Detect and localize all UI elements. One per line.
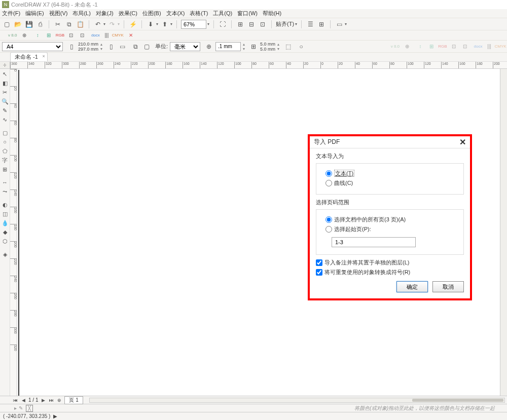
no-color-icon[interactable]: ╳	[26, 405, 33, 412]
portrait-icon[interactable]: ▯	[67, 42, 76, 51]
outline-tool-icon[interactable]: ⬡	[1, 237, 9, 245]
fill-tool-icon[interactable]: ◆	[1, 228, 9, 236]
colorbar-arrow-icon[interactable]: ▸	[14, 405, 17, 411]
dimension-tool-icon[interactable]: ↔	[1, 178, 9, 186]
print-icon[interactable]: ⎙	[35, 20, 45, 29]
ruler-horizontal[interactable]: 3603403203002802602402202001801601401201…	[10, 62, 507, 69]
currentpage-icon[interactable]: ▢	[142, 42, 151, 51]
text-tool-icon[interactable]: 字	[1, 156, 9, 164]
barcode-icon[interactable]: |||	[102, 31, 111, 40]
undo-icon[interactable]: ↶	[93, 20, 102, 29]
page-tab[interactable]: 页 1	[64, 396, 83, 404]
zoom-input[interactable]	[181, 20, 206, 29]
polygon-tool-icon[interactable]: ⬠	[1, 147, 9, 155]
macro2-icon[interactable]: ↕	[33, 31, 42, 40]
redo-icon[interactable]: ↷	[107, 20, 117, 29]
menu-file[interactable]: 文件(F)	[2, 10, 20, 17]
macro1-icon[interactable]: ⊕	[20, 31, 29, 40]
vertical-scrollbar[interactable]	[500, 69, 507, 396]
horizontal-scrollbar[interactable]	[89, 398, 505, 403]
crop-tool-icon[interactable]: ✂	[1, 88, 9, 96]
zoom-dropdown[interactable]: ▾	[207, 22, 209, 26]
open-icon[interactable]: 📂	[13, 20, 22, 29]
freehand-tool-icon[interactable]: ✎	[1, 106, 9, 114]
interactive-tool-icon[interactable]: ◈	[1, 250, 9, 258]
export-dropdown[interactable]: ▾	[170, 22, 172, 26]
check-symbols[interactable]	[316, 269, 322, 276]
radio-all-pages[interactable]	[325, 216, 332, 223]
menu-window[interactable]: 窗口(W)	[237, 10, 258, 17]
prev-page-icon[interactable]: ◀	[20, 397, 26, 403]
tab-close-icon[interactable]: ×	[43, 54, 45, 59]
menu-help[interactable]: 帮助(H)	[263, 10, 281, 17]
launch-dropdown[interactable]: ▾	[345, 22, 347, 26]
connector-tool-icon[interactable]: ⤳	[1, 187, 9, 196]
ok-button[interactable]: 确定	[396, 281, 428, 292]
grid-icon[interactable]: ⊟	[247, 20, 256, 29]
menu-object[interactable]: 对象(J)	[96, 10, 114, 17]
add-page-icon[interactable]: ⊕	[56, 397, 62, 403]
import-dropdown[interactable]: ▾	[156, 22, 158, 26]
macro3-icon[interactable]: ⊞	[44, 31, 53, 40]
search-icon[interactable]: ⚡	[128, 20, 137, 29]
page-range-input[interactable]	[332, 237, 416, 247]
ruler-icon[interactable]: ⊞	[236, 20, 245, 29]
save-icon[interactable]: 💾	[24, 20, 33, 29]
radio-start-page[interactable]	[325, 226, 332, 233]
launch-icon[interactable]: ▭	[335, 20, 344, 29]
radio-text[interactable]	[325, 170, 332, 177]
export-icon[interactable]: ⬆	[160, 20, 169, 29]
nudge-input[interactable]	[215, 42, 241, 51]
next-page-icon[interactable]: ▶	[40, 397, 46, 403]
allpages-icon[interactable]: ⧉	[131, 42, 140, 51]
duplicate-icon[interactable]: ⊞	[249, 42, 258, 51]
menu-effects[interactable]: 效果(C)	[119, 10, 137, 17]
radio-curve[interactable]	[325, 180, 332, 186]
treat-icon[interactable]: ⬚	[283, 42, 293, 51]
docx-icon[interactable]: docx	[91, 31, 100, 40]
check-comments[interactable]	[316, 259, 322, 266]
menu-table[interactable]: 表格(T)	[190, 10, 208, 17]
cmyk-icon[interactable]: CMYK	[113, 31, 122, 40]
unit-select[interactable]: 毫米	[170, 42, 200, 51]
first-page-icon[interactable]: ⏮	[12, 397, 18, 403]
pick-tool-icon[interactable]: ↖	[1, 70, 9, 78]
options2-icon[interactable]: ⊞	[317, 20, 326, 29]
table-tool-icon[interactable]: ⊞	[1, 165, 9, 173]
cancel-button[interactable]: 取消	[432, 281, 464, 292]
menu-edit[interactable]: 编辑(E)	[25, 10, 44, 17]
options-icon2[interactable]: ○	[297, 42, 306, 51]
document-tab[interactable]: 未命名 -1 ×	[10, 52, 48, 61]
last-page-icon[interactable]: ⏭	[48, 397, 54, 403]
redo-dropdown[interactable]: ▾	[118, 22, 120, 26]
paste-icon[interactable]: 📋	[76, 20, 85, 29]
rectangle-tool-icon[interactable]: ▢	[1, 129, 9, 137]
snap-dropdown[interactable]: ▾	[295, 22, 297, 26]
menu-text[interactable]: 文本(X)	[166, 10, 185, 17]
menu-tools[interactable]: 工具(Q)	[213, 10, 232, 17]
undo-dropdown[interactable]: ▾	[103, 22, 105, 26]
shape-tool-icon[interactable]: ◧	[1, 79, 9, 87]
guides-icon[interactable]: ⊡	[258, 20, 267, 29]
orient-landscape-icon[interactable]: ▭	[118, 42, 127, 51]
macro4-icon[interactable]: ⊡	[66, 31, 76, 40]
blend-tool-icon[interactable]: ◐	[1, 201, 9, 209]
zoom-tool-icon[interactable]: 🔍	[1, 97, 9, 105]
colorbar-pen-icon[interactable]: ✎	[19, 405, 23, 411]
ellipse-tool-icon[interactable]: ○	[1, 138, 9, 146]
dialog-close-icon[interactable]: ✕	[459, 137, 466, 147]
new-icon[interactable]: ▢	[2, 20, 11, 29]
menu-view[interactable]: 视图(V)	[49, 10, 68, 17]
import-icon[interactable]: ⬇	[146, 20, 155, 29]
orient-portrait-icon[interactable]: ▯	[106, 42, 116, 51]
menu-bitmap[interactable]: 位图(B)	[142, 10, 161, 17]
rgb-icon[interactable]: RGB	[55, 31, 64, 40]
cut-icon[interactable]: ✂	[53, 20, 62, 29]
eyedropper-tool-icon[interactable]: 💧	[1, 219, 9, 227]
smart-tool-icon[interactable]: ∿	[1, 116, 9, 124]
paper-size-select[interactable]: A4	[2, 42, 63, 51]
fullscreen-icon[interactable]: ⛶	[218, 20, 227, 29]
macro5-icon[interactable]: ⊡	[78, 31, 87, 40]
nudge-icon[interactable]: ⊕	[204, 42, 213, 51]
ruler-vertical[interactable]: 0204060801001201401601802002202402602803…	[10, 69, 17, 396]
